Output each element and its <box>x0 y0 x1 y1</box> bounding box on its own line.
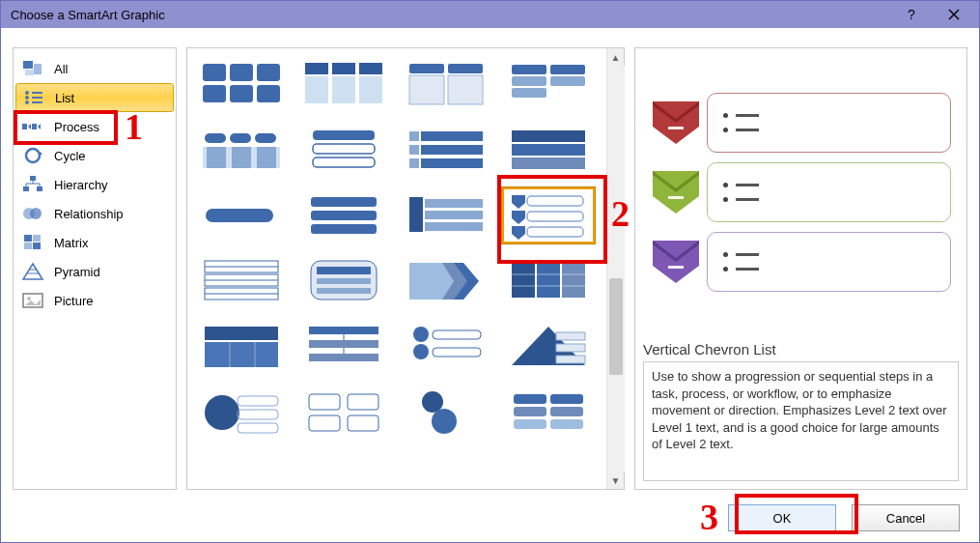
svg-rect-141 <box>550 419 583 429</box>
svg-rect-117 <box>309 354 378 361</box>
svg-marker-31 <box>23 264 42 279</box>
scroll-up-arrow[interactable]: ▲ <box>607 48 625 66</box>
svg-rect-123 <box>556 332 585 340</box>
svg-rect-61 <box>207 147 226 168</box>
sidebar-item-matrix[interactable]: Matrix <box>15 228 174 257</box>
svg-point-10 <box>25 100 29 104</box>
svg-rect-136 <box>514 394 546 404</box>
layout-thumb[interactable] <box>400 319 492 375</box>
svg-rect-42 <box>305 63 328 74</box>
grid-scrollbar[interactable]: ▲ ▼ <box>606 48 624 489</box>
sidebar-item-picture[interactable]: Picture <box>15 286 174 315</box>
scroll-track[interactable] <box>607 66 625 472</box>
svg-rect-49 <box>409 75 444 104</box>
picture-icon <box>21 291 44 310</box>
cancel-button[interactable]: Cancel <box>852 504 960 531</box>
layout-thumb[interactable] <box>502 122 595 178</box>
layout-thumb-vertical-chevron-list[interactable] <box>502 187 595 243</box>
svg-rect-66 <box>313 157 375 167</box>
layout-thumb[interactable] <box>195 385 288 441</box>
chevron-icon-red <box>651 98 701 148</box>
smartart-dialog: Choose a SmartArt Graphic ? All List <box>0 0 980 543</box>
scroll-down-arrow[interactable]: ▼ <box>607 472 625 489</box>
layout-thumb[interactable] <box>297 56 390 112</box>
help-button[interactable]: ? <box>890 2 933 27</box>
svg-rect-99 <box>317 278 371 284</box>
svg-rect-56 <box>550 76 585 86</box>
layout-thumb[interactable] <box>502 385 595 441</box>
svg-rect-67 <box>409 131 419 141</box>
svg-rect-64 <box>313 130 375 140</box>
svg-rect-131 <box>348 394 378 410</box>
sidebar-item-relationship[interactable]: Relationship <box>15 199 174 228</box>
svg-rect-72 <box>421 158 483 168</box>
svg-rect-73 <box>512 130 585 142</box>
process-icon <box>21 117 44 136</box>
svg-rect-78 <box>311 197 377 207</box>
svg-rect-5 <box>25 70 34 75</box>
layout-thumb[interactable] <box>400 385 492 441</box>
sidebar-item-process[interactable]: Process <box>15 112 174 141</box>
layout-thumb[interactable] <box>195 56 288 112</box>
close-button[interactable] <box>933 2 975 27</box>
svg-rect-62 <box>232 147 251 168</box>
layout-thumb[interactable] <box>400 253 492 309</box>
layout-thumb[interactable] <box>297 319 390 375</box>
all-icon <box>21 59 44 78</box>
layout-grid <box>195 56 599 441</box>
sidebar-item-hierarchy[interactable]: Hierarchy <box>15 170 174 199</box>
layout-thumb[interactable] <box>297 187 390 243</box>
svg-marker-89 <box>512 226 525 240</box>
svg-rect-43 <box>332 63 355 74</box>
svg-rect-110 <box>205 342 278 367</box>
layout-thumb[interactable] <box>400 56 492 112</box>
svg-point-26 <box>30 208 42 219</box>
svg-rect-18 <box>30 176 36 181</box>
layout-thumb[interactable] <box>502 319 595 375</box>
sidebar-item-all[interactable]: All <box>15 54 174 83</box>
svg-rect-124 <box>556 344 585 352</box>
scroll-thumb[interactable] <box>609 278 623 375</box>
sidebar-item-cycle[interactable]: Cycle <box>15 141 174 170</box>
sidebar-item-pyramid[interactable]: Pyramid <box>15 257 174 286</box>
ok-button[interactable]: OK <box>728 504 836 531</box>
svg-rect-68 <box>421 131 483 141</box>
preview-row-1 <box>651 93 951 153</box>
svg-point-126 <box>205 395 239 430</box>
layout-thumb[interactable] <box>400 187 492 243</box>
layout-thumb[interactable] <box>297 122 390 178</box>
svg-rect-11 <box>32 101 42 103</box>
layout-thumb[interactable] <box>195 122 288 178</box>
layout-thumb[interactable] <box>502 56 595 112</box>
layout-thumb[interactable] <box>400 122 492 178</box>
layout-thumb[interactable] <box>297 385 390 441</box>
svg-point-118 <box>413 327 429 342</box>
svg-rect-36 <box>203 64 226 81</box>
layout-thumb[interactable] <box>297 253 390 309</box>
svg-rect-128 <box>238 410 278 419</box>
sidebar-item-list[interactable]: List <box>15 83 174 112</box>
svg-rect-47 <box>359 76 382 103</box>
layout-thumb[interactable] <box>195 253 288 309</box>
layout-thumb[interactable] <box>195 319 288 375</box>
chevron-icon-purple <box>651 237 701 287</box>
svg-rect-39 <box>203 85 226 102</box>
svg-marker-87 <box>512 211 525 224</box>
svg-rect-63 <box>257 147 276 168</box>
svg-point-120 <box>413 344 429 359</box>
cycle-icon <box>21 146 44 165</box>
svg-rect-147 <box>668 196 684 199</box>
svg-rect-127 <box>238 396 278 406</box>
category-sidebar: All List Process Cycle <box>13 47 177 490</box>
svg-rect-9 <box>32 97 42 99</box>
sidebar-item-label: Pyramid <box>54 265 100 279</box>
svg-rect-90 <box>527 227 583 237</box>
svg-rect-55 <box>550 65 585 74</box>
svg-rect-29 <box>24 243 32 249</box>
layout-thumb[interactable] <box>502 253 595 309</box>
layout-thumb[interactable] <box>195 187 288 243</box>
sidebar-item-label: List <box>55 91 74 105</box>
window-title: Choose a SmartArt Graphic <box>5 8 890 22</box>
svg-rect-150 <box>668 266 684 269</box>
svg-rect-79 <box>311 211 377 220</box>
